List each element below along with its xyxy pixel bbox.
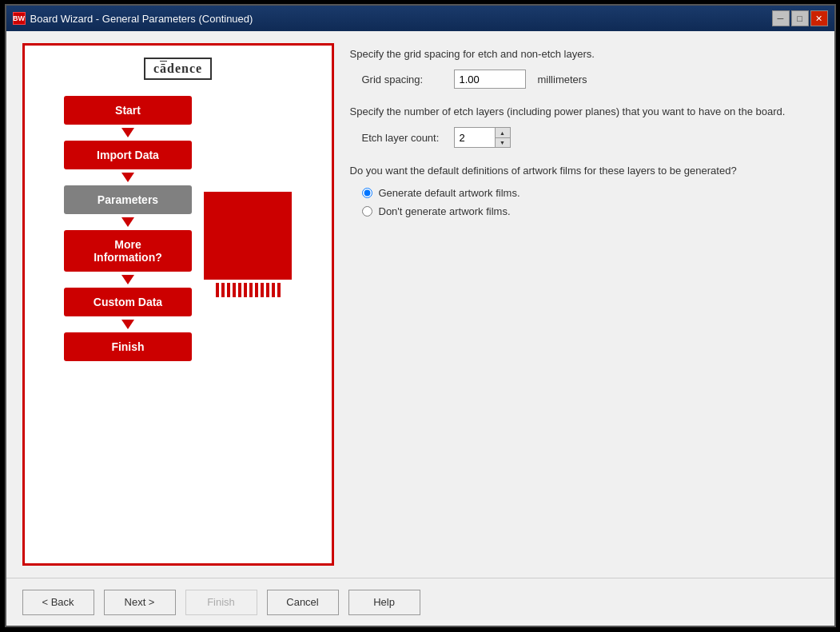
flowchart-steps: Start Import Data Parameters More Inform… [64, 96, 192, 361]
next-button[interactable]: Next > [104, 590, 176, 615]
cancel-button[interactable]: Cancel [267, 590, 339, 615]
radio-generate-label[interactable]: Generate default artwork films. [362, 187, 818, 199]
help-button[interactable]: Help [348, 590, 420, 615]
preview-line-7 [249, 283, 253, 297]
preview-line-1 [216, 283, 219, 297]
grid-section-text: Specify the grid spacing for etch and no… [350, 47, 818, 62]
app-icon: BW [13, 12, 26, 25]
preview-box [204, 192, 292, 280]
artwork-section: Do you want the default definitions of a… [350, 164, 818, 217]
window-title: Board Wizard - General Parameters (Conti… [30, 13, 253, 25]
cadence-logo: cādence [144, 58, 212, 80]
artwork-section-text: Do you want the default definitions of a… [350, 164, 818, 178]
flow-step-start[interactable]: Start [64, 96, 192, 125]
flowchart-panel: cādence Start Import Data Parameters Mor… [22, 43, 334, 566]
preview-line-9 [261, 283, 264, 297]
grid-spacing-section: Specify the grid spacing for etch and no… [350, 47, 818, 89]
flow-step-finish[interactable]: Finish [64, 332, 192, 361]
preview-line-3 [227, 283, 230, 297]
etch-count-input[interactable] [455, 128, 495, 147]
preview-line-8 [255, 283, 258, 297]
flow-step-parameters[interactable]: Parameters [64, 185, 192, 214]
title-bar-left: BW Board Wizard - General Parameters (Co… [13, 12, 253, 25]
artwork-radio-group: Generate default artwork films. Don't ge… [350, 187, 818, 217]
preview-line-2 [221, 283, 225, 297]
back-button[interactable]: < Back [22, 590, 94, 615]
grid-field-row: Grid spacing: millimeters [350, 70, 818, 89]
finish-button[interactable]: Finish [185, 590, 257, 615]
preview-line-6 [244, 283, 247, 297]
preview-line-11 [272, 283, 275, 297]
preview-line-5 [238, 283, 241, 297]
radio-generate-text: Generate default artwork films. [379, 187, 520, 199]
preview-line-10 [266, 283, 269, 297]
flow-arrow-2 [121, 173, 134, 182]
content-area: cādence Start Import Data Parameters Mor… [6, 31, 834, 578]
grid-unit: millimeters [538, 74, 587, 85]
radio-no-generate-input[interactable] [362, 206, 372, 217]
flow-step-more-info[interactable]: More Information? [64, 230, 192, 272]
flow-arrow-3 [121, 217, 134, 227]
bottom-bar: < Back Next > Finish Cancel Help [6, 578, 834, 626]
minimize-button[interactable]: ─ [772, 10, 790, 26]
flow-arrow-1 [121, 128, 134, 137]
flow-arrow-5 [121, 320, 134, 329]
main-window: BW Board Wizard - General Parameters (Co… [5, 4, 836, 627]
etch-layer-section: Specify the number of etch layers (inclu… [350, 105, 818, 148]
right-panel: Specify the grid spacing for etch and no… [350, 43, 818, 566]
etch-spinner-container: ▲ ▼ [454, 127, 511, 148]
etch-field-row: Etch layer count: ▲ ▼ [350, 127, 818, 148]
spinner-buttons: ▲ ▼ [495, 128, 510, 147]
preview-line-12 [277, 283, 281, 297]
spinner-up-button[interactable]: ▲ [496, 128, 510, 137]
grid-spacing-input[interactable] [454, 70, 526, 89]
flowchart-preview [204, 96, 292, 361]
etch-label: Etch layer count: [362, 132, 442, 144]
flow-step-import[interactable]: Import Data [64, 141, 192, 169]
restore-button[interactable]: □ [791, 10, 809, 26]
radio-no-generate-text: Don't generate artwork films. [379, 205, 511, 217]
preview-lines [216, 283, 281, 297]
etch-section-text: Specify the number of etch layers (inclu… [350, 105, 818, 119]
title-bar: BW Board Wizard - General Parameters (Co… [6, 6, 834, 31]
radio-generate-input[interactable] [362, 188, 372, 198]
radio-no-generate-label[interactable]: Don't generate artwork films. [362, 205, 818, 217]
close-button[interactable]: ✕ [810, 10, 828, 26]
spinner-down-button[interactable]: ▼ [496, 137, 510, 147]
preview-line-4 [233, 283, 236, 297]
flowchart-main: Start Import Data Parameters More Inform… [37, 96, 320, 361]
title-controls: ─ □ ✕ [772, 10, 828, 26]
grid-label: Grid spacing: [362, 74, 442, 85]
flow-step-custom-data[interactable]: Custom Data [64, 288, 192, 316]
flow-arrow-4 [121, 275, 134, 284]
